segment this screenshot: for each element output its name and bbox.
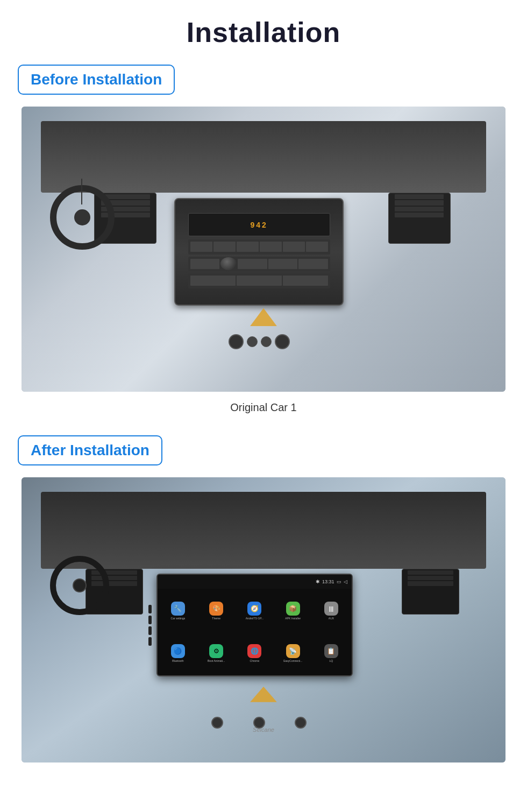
steering-wheel-before (50, 185, 115, 250)
app-easyconnect: 📡 EasyConnecti... (275, 633, 311, 673)
bottom-controls (219, 326, 299, 357)
vent-right-before (388, 193, 451, 244)
radio-buttons-mid (188, 257, 330, 271)
app-bluetooth: 🔵 Bluetooth (160, 633, 196, 673)
status-bar: ✱ 13:31 ▭ ◁ (158, 575, 351, 589)
radio-buttons-bot (188, 273, 330, 288)
vent-right-after (402, 569, 460, 615)
screen-time: 13:31 (322, 579, 334, 584)
after-installation-image: ✱ 13:31 ▭ ◁ 🔧 Car settings 🎨 Theme (22, 477, 505, 762)
app-chrome: 🌐 Chrome (237, 633, 273, 673)
before-installation-label: Before Installation (31, 71, 162, 88)
radio-display: 942 (188, 213, 330, 236)
app-icons-grid: 🔧 Car settings 🎨 Theme 🧭 AndroITS GP... … (158, 589, 351, 675)
bottom-nav (197, 712, 322, 733)
side-buttons-strip (146, 574, 155, 676)
before-caption: Original Car 1 (230, 401, 296, 414)
hazard-button (250, 308, 277, 326)
dash-top-after (41, 492, 486, 569)
app-car-settings: 🔧 Car settings (160, 591, 196, 631)
page-title: Installation (187, 16, 340, 48)
app-lq: 📋 LQ (313, 633, 349, 673)
steering-wheel-after (50, 556, 109, 615)
before-installation-image: 942 (22, 107, 505, 392)
after-installation-badge: After Installation (18, 435, 162, 465)
app-theme: 🎨 Theme (198, 591, 234, 631)
app-apk-installer: 📦 APK Installer (275, 591, 311, 631)
android-screen: ✱ 13:31 ▭ ◁ 🔧 Car settings 🎨 Theme (156, 574, 352, 676)
radio-buttons-top (188, 239, 330, 254)
original-radio-unit: 942 (174, 198, 344, 306)
app-androits: 🧭 AndroITS GP... (237, 591, 273, 631)
before-installation-badge: Before Installation (18, 65, 175, 95)
dash-top-before (41, 121, 486, 193)
app-boot-anim: ⚙ Boot Animati... (198, 633, 234, 673)
after-installation-label: After Installation (31, 442, 149, 458)
app-aux: ||| AUX (313, 591, 349, 631)
hazard-button-after (250, 687, 277, 702)
